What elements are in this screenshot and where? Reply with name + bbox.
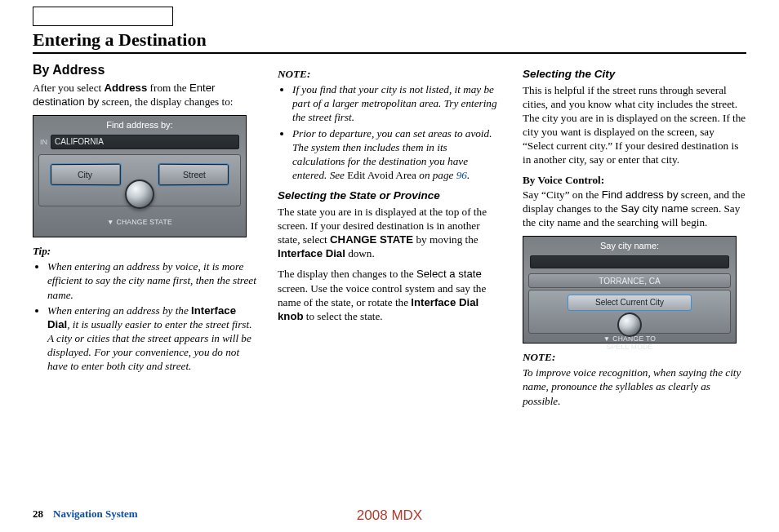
tip-item: When entering an address by the Interfac… xyxy=(47,304,256,374)
device-body: Select Current City xyxy=(528,290,731,334)
text-bold: Interface Dial xyxy=(278,247,345,259)
paragraph: The state you are in is displayed at the… xyxy=(278,205,501,261)
top-empty-box xyxy=(33,7,173,26)
text-bold: Address xyxy=(105,82,148,94)
paragraph: The display then changes to the Select a… xyxy=(278,267,501,323)
state-field: CALIFORNIA xyxy=(51,135,239,149)
nav-screenshot-say-city: Say city name: TORRANCE, CA Select Curre… xyxy=(523,236,737,344)
note-item: Prior to departure, you can set areas to… xyxy=(292,126,501,183)
city-display: TORRANCE, CA xyxy=(528,273,731,288)
text: When entering an address by the xyxy=(47,304,191,317)
page-title: Entering a Destination xyxy=(33,29,746,54)
paragraph: This is helpful if the street runs throu… xyxy=(523,83,746,167)
tip-label: Tip: xyxy=(33,244,256,258)
device-input-row: IN CALIFORNIA xyxy=(40,135,239,149)
note-item: If you find that your city is not listed… xyxy=(292,82,501,124)
note-text: To improve voice recognition, when sayin… xyxy=(523,366,746,407)
voice-control-block: By Voice Control: Say “City” on the Find… xyxy=(523,173,746,229)
text: down. xyxy=(345,247,375,259)
column-3: Selecting the City This is helpful if th… xyxy=(523,62,746,415)
text-roman: Edit Avoid Area xyxy=(347,169,416,181)
device-input-row xyxy=(530,255,729,268)
page-number: 28 xyxy=(33,508,43,521)
note-list: If you find that your city is not listed… xyxy=(278,82,501,182)
heading-select-state: Selecting the State or Province xyxy=(278,188,501,203)
device-header: Find address by: xyxy=(33,116,246,132)
tip-list: When entering an address by voice, it is… xyxy=(33,259,256,373)
nav-screenshot-find-address: Find address by: IN CALIFORNIA City Stre… xyxy=(33,115,247,237)
heading-select-city: Selecting the City xyxy=(523,67,746,82)
note-label: NOTE: xyxy=(278,67,501,81)
column-2: NOTE: If you find that your city is not … xyxy=(278,62,501,415)
text: to select the state. xyxy=(304,310,383,322)
street-button[interactable]: Street xyxy=(158,163,229,187)
text: , it is usually easier to enter the stre… xyxy=(47,318,252,372)
select-current-city-button[interactable]: Select Current City xyxy=(568,295,692,311)
text-sans: Find address by xyxy=(602,188,679,201)
text: from the xyxy=(147,82,189,94)
tip-item: When entering an address by voice, it is… xyxy=(47,259,256,301)
column-layout: By Address After you select Address from… xyxy=(33,62,746,415)
text-sans: Say city name xyxy=(621,202,688,215)
device-body: City Street xyxy=(38,154,241,206)
interface-dial-icon[interactable] xyxy=(125,180,154,209)
text: by moving the xyxy=(413,233,479,246)
city-button[interactable]: City xyxy=(50,163,122,187)
manual-page: Entering a Destination By Address After … xyxy=(0,0,779,532)
text-sans: Select a state xyxy=(416,268,482,280)
change-state-label: ▼ CHANGE STATE xyxy=(33,206,246,227)
heading-by-address: By Address xyxy=(33,62,256,79)
intro-text: After you select Address from the Enter … xyxy=(33,81,256,109)
footer-model: 2008 MDX xyxy=(357,508,422,524)
footer-section-name: Navigation System xyxy=(53,508,138,521)
text: screen, the display changes to: xyxy=(99,95,233,108)
text: . xyxy=(467,169,470,181)
column-1: By Address After you select Address from… xyxy=(33,62,256,415)
interface-dial-icon[interactable] xyxy=(617,313,642,337)
page-link[interactable]: 96 xyxy=(456,169,467,181)
device-header: Say city name: xyxy=(523,237,736,253)
in-label: IN xyxy=(40,138,47,148)
voice-control-heading: By Voice Control: xyxy=(523,174,604,186)
text: on page xyxy=(416,169,456,181)
text: After you select xyxy=(33,82,105,94)
note-label: NOTE: xyxy=(523,350,746,364)
text: The display then changes to the xyxy=(278,268,416,280)
page-footer: 28 Navigation System 2008 MDX xyxy=(33,508,746,521)
text: Say “City” on the xyxy=(523,188,602,201)
text-bold: CHANGE STATE xyxy=(330,233,413,246)
city-input xyxy=(530,255,729,268)
